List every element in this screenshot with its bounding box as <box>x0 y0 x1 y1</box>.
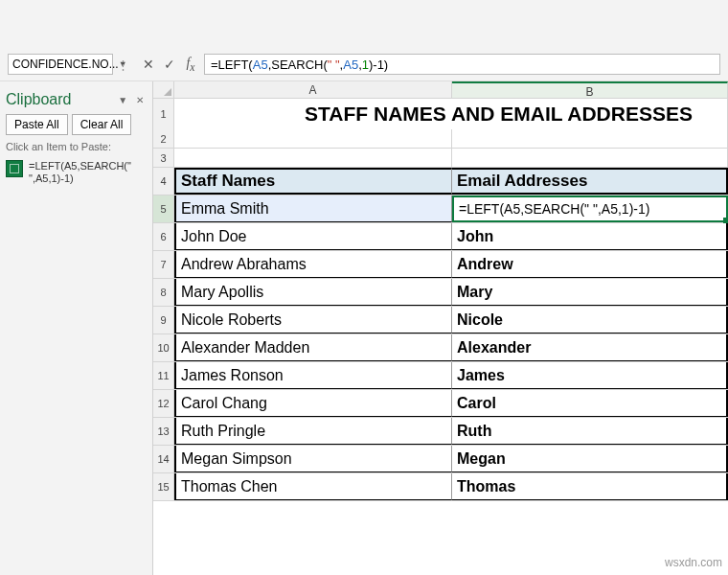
cell-email[interactable]: James <box>452 362 728 389</box>
row-header[interactable]: 12 <box>153 390 174 417</box>
formula-text: )-1) <box>369 58 388 72</box>
cell[interactable] <box>174 129 452 148</box>
formula-string: " " <box>328 58 340 72</box>
spreadsheet-grid[interactable]: A B 1 STAFF NAMES AND EMAIL ADDRESSES 2 … <box>153 81 728 575</box>
clipboard-title: Clipboard <box>6 91 71 108</box>
sheet-title[interactable]: STAFF NAMES AND EMAIL ADDRESSES <box>174 99 728 129</box>
formula-ref: A5 <box>253 58 268 72</box>
formula-bar: CONFIDENCE.NO... ▼ ⋮ ✕ ✓ fx =LEFT( A5 ,S… <box>0 48 728 81</box>
row-header[interactable]: 9 <box>153 307 174 334</box>
cell-staff-name[interactable]: Mary Apollis <box>174 279 452 306</box>
clipboard-pane: Clipboard ▼ ✕ Paste All Clear All Click … <box>0 81 153 575</box>
name-box[interactable]: CONFIDENCE.NO... ▼ <box>8 54 113 75</box>
cell-staff-name[interactable]: James Ronson <box>174 362 452 389</box>
cell-email[interactable]: Nicole <box>452 307 728 334</box>
formula-bar-buttons: ✕ ✓ fx <box>139 56 200 74</box>
row-header[interactable]: 14 <box>153 446 174 472</box>
formula-text: =LEFT( <box>211 58 253 72</box>
row-header[interactable]: 13 <box>153 418 174 445</box>
paste-all-button[interactable]: Paste All <box>6 114 68 135</box>
column-header-A[interactable]: A <box>174 81 452 98</box>
close-icon[interactable]: ✕ <box>136 95 147 105</box>
clipboard-hint: Click an Item to Paste: <box>6 141 147 152</box>
cell-email[interactable]: Thomas <box>452 473 728 500</box>
cell-staff-name[interactable]: Megan Simpson <box>174 446 452 472</box>
cell-staff-name[interactable]: Emma Smith <box>174 196 452 222</box>
divider: ⋮ <box>117 58 129 72</box>
row-header[interactable]: 11 <box>153 362 174 389</box>
cancel-icon[interactable]: ✕ <box>139 57 158 72</box>
cell[interactable] <box>174 149 452 167</box>
column-header-B[interactable]: B <box>452 81 728 98</box>
cell-staff-name[interactable]: Andrew Abrahams <box>174 251 452 278</box>
fx-icon[interactable]: fx <box>181 56 200 74</box>
clipboard-item[interactable]: =LEFT(A5,SEARCH(" ",A5,1)-1) <box>6 160 147 185</box>
row-header[interactable]: 10 <box>153 334 174 361</box>
cell-editing[interactable]: =LEFT(A5,SEARCH(" ",A5,1)-1) <box>452 196 728 222</box>
cell-email[interactable]: Megan <box>452 446 728 472</box>
cell-staff-name[interactable]: Alexander Madden <box>174 334 452 361</box>
formula-text: ,SEARCH( <box>268 58 328 72</box>
cell-email[interactable]: John <box>452 223 728 250</box>
name-box-value: CONFIDENCE.NO... <box>12 58 119 71</box>
header-email-addresses[interactable]: Email Addresses <box>452 168 728 195</box>
excel-icon <box>6 160 23 177</box>
row-header[interactable]: 4 <box>153 168 174 195</box>
cell[interactable] <box>452 149 728 167</box>
cell-staff-name[interactable]: Nicole Roberts <box>174 307 452 334</box>
row-header[interactable]: 7 <box>153 251 174 278</box>
cell[interactable] <box>452 129 728 148</box>
row-header[interactable]: 8 <box>153 279 174 306</box>
formula-number: 1 <box>362 58 369 72</box>
row-header[interactable]: 1 <box>153 99 174 129</box>
cell-staff-name[interactable]: John Doe <box>174 223 452 250</box>
cell-email[interactable]: Andrew <box>452 251 728 278</box>
cell-staff-name[interactable]: Thomas Chen <box>174 473 452 500</box>
clipboard-item-text: =LEFT(A5,SEARCH(" ",A5,1)-1) <box>29 160 147 185</box>
cell-email[interactable]: Ruth <box>452 418 728 445</box>
clear-all-button[interactable]: Clear All <box>72 114 132 135</box>
cell-staff-name[interactable]: Carol Chang <box>174 390 452 417</box>
enter-icon[interactable]: ✓ <box>160 57 179 72</box>
cell-staff-name[interactable]: Ruth Pringle <box>174 418 452 445</box>
row-header[interactable]: 5 <box>153 196 174 222</box>
row-header[interactable]: 2 <box>153 129 174 148</box>
cell-email[interactable]: Mary <box>452 279 728 306</box>
row-header[interactable]: 3 <box>153 149 174 167</box>
cell-email[interactable]: Carol <box>452 390 728 417</box>
chevron-down-icon[interactable]: ▼ <box>118 95 130 105</box>
header-staff-names[interactable]: Staff Names <box>174 168 452 195</box>
formula-ref: A5 <box>343 58 358 72</box>
row-header[interactable]: 15 <box>153 473 174 500</box>
formula-input[interactable]: =LEFT( A5 ,SEARCH( " " , A5 , 1 )-1) <box>204 54 720 75</box>
row-header[interactable]: 6 <box>153 223 174 250</box>
fill-handle[interactable] <box>723 218 728 223</box>
cell-email[interactable]: Alexander <box>452 334 728 361</box>
watermark: wsxdn.com <box>665 556 722 569</box>
select-all-corner[interactable] <box>153 81 174 98</box>
